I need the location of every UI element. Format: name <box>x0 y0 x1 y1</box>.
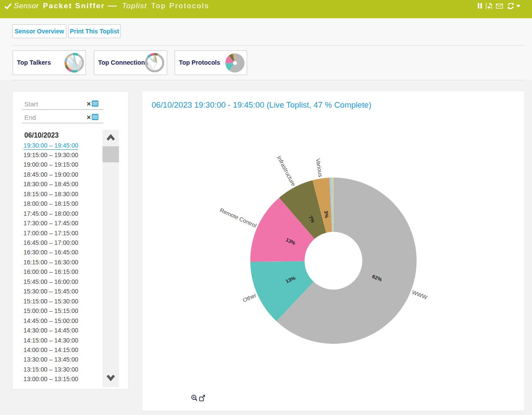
svg-text:Various: Various <box>315 158 324 178</box>
svg-text:Remote Control: Remote Control <box>219 207 258 229</box>
svg-text:Infrastructure: Infrastructure <box>276 155 297 187</box>
svg-text:WWW: WWW <box>411 289 428 301</box>
svg-text:3%: 3% <box>323 211 329 218</box>
svg-text:Other: Other <box>242 292 258 303</box>
